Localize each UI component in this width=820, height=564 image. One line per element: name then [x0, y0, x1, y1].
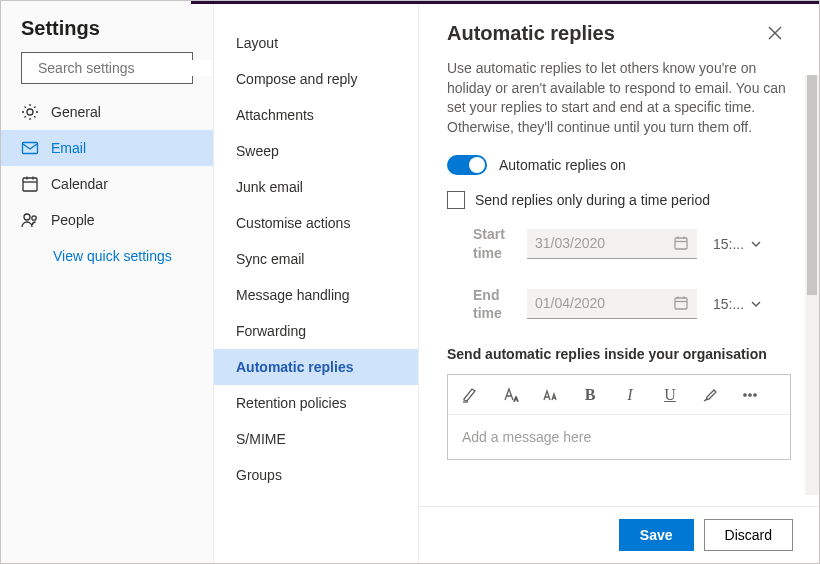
start-time-value: 15:...: [713, 236, 744, 252]
reply-editor: A B I U Add a message here: [447, 374, 791, 460]
option-sync-email[interactable]: Sync email: [214, 241, 418, 277]
people-icon: [21, 211, 39, 229]
main-title: Automatic replies: [447, 22, 615, 45]
option-retention-policies[interactable]: Retention policies: [214, 385, 418, 421]
nav-general[interactable]: General: [1, 94, 213, 130]
more-icon: [741, 386, 759, 404]
close-button[interactable]: [759, 17, 791, 49]
settings-title: Settings: [1, 1, 213, 52]
end-time-select[interactable]: 15:...: [713, 296, 762, 312]
highlight-button[interactable]: [460, 385, 480, 405]
svg-point-8: [24, 214, 30, 220]
calendar-icon: [673, 235, 689, 251]
svg-point-9: [32, 216, 36, 220]
option-sweep[interactable]: Sweep: [214, 133, 418, 169]
option-layout[interactable]: Layout: [214, 25, 418, 61]
nav-calendar[interactable]: Calendar: [1, 166, 213, 202]
editor-textarea[interactable]: Add a message here: [448, 415, 790, 459]
bold-button[interactable]: B: [580, 385, 600, 405]
svg-point-2: [27, 109, 33, 115]
font-button[interactable]: A: [500, 385, 520, 405]
editor-toolbar: A B I U: [448, 375, 790, 415]
toggle-label: Automatic replies on: [499, 157, 626, 173]
svg-rect-3: [23, 143, 38, 154]
font-size-button[interactable]: [540, 385, 560, 405]
start-date-input[interactable]: 31/03/2020: [527, 229, 697, 259]
calendar-icon: [21, 175, 39, 193]
nav-email[interactable]: Email: [1, 130, 213, 166]
brush-button[interactable]: [700, 385, 720, 405]
chevron-down-icon: [750, 298, 762, 310]
nav-label: Email: [51, 140, 86, 156]
highlight-icon: [461, 386, 479, 404]
svg-point-21: [744, 393, 746, 395]
gear-icon: [21, 103, 39, 121]
font-icon: A: [501, 386, 519, 404]
option-compose-reply[interactable]: Compose and reply: [214, 61, 418, 97]
top-accent-bar: [191, 1, 819, 4]
main-panel: Automatic replies Use automatic replies …: [419, 1, 819, 563]
option-forwarding[interactable]: Forwarding: [214, 313, 418, 349]
description-text: Use automatic replies to let others know…: [447, 59, 791, 137]
svg-point-22: [749, 393, 751, 395]
svg-text:A: A: [514, 396, 518, 402]
search-settings-field[interactable]: [38, 60, 213, 76]
italic-button[interactable]: I: [620, 385, 640, 405]
end-time-value: 15:...: [713, 296, 744, 312]
more-button[interactable]: [740, 385, 760, 405]
start-time-select[interactable]: 15:...: [713, 236, 762, 252]
settings-sidebar: Settings General Email Calendar People V…: [1, 1, 214, 563]
fontsize-icon: [541, 386, 559, 404]
option-junk-email[interactable]: Junk email: [214, 169, 418, 205]
start-time-label: Start time: [473, 225, 511, 261]
view-quick-settings-link[interactable]: View quick settings: [1, 238, 213, 274]
mail-icon: [21, 139, 39, 157]
svg-rect-12: [675, 238, 687, 249]
save-button[interactable]: Save: [619, 519, 694, 551]
inside-org-label: Send automatic replies inside your organ…: [447, 346, 791, 362]
email-options-list: Layout Compose and reply Attachments Swe…: [214, 1, 419, 563]
brush-icon: [701, 386, 719, 404]
option-message-handling[interactable]: Message handling: [214, 277, 418, 313]
start-date-value: 31/03/2020: [535, 235, 605, 251]
underline-button[interactable]: U: [660, 385, 680, 405]
nav-label: Calendar: [51, 176, 108, 192]
nav-label: General: [51, 104, 101, 120]
option-groups[interactable]: Groups: [214, 457, 418, 493]
end-date-value: 01/04/2020: [535, 295, 605, 311]
svg-point-23: [754, 393, 756, 395]
nav-people[interactable]: People: [1, 202, 213, 238]
svg-rect-4: [23, 178, 37, 191]
option-attachments[interactable]: Attachments: [214, 97, 418, 133]
option-automatic-replies[interactable]: Automatic replies: [214, 349, 418, 385]
chevron-down-icon: [750, 238, 762, 250]
end-date-input[interactable]: 01/04/2020: [527, 289, 697, 319]
option-customise-actions[interactable]: Customise actions: [214, 205, 418, 241]
footer-actions: Save Discard: [419, 506, 819, 563]
search-settings-input[interactable]: [21, 52, 193, 84]
nav-label: People: [51, 212, 95, 228]
checkbox-label: Send replies only during a time period: [475, 192, 710, 208]
end-time-label: End time: [473, 286, 511, 322]
svg-rect-16: [675, 298, 687, 309]
time-period-checkbox[interactable]: [447, 191, 465, 209]
auto-replies-toggle[interactable]: [447, 155, 487, 175]
option-smime[interactable]: S/MIME: [214, 421, 418, 457]
calendar-icon: [673, 295, 689, 311]
close-icon: [768, 26, 782, 40]
discard-button[interactable]: Discard: [704, 519, 793, 551]
